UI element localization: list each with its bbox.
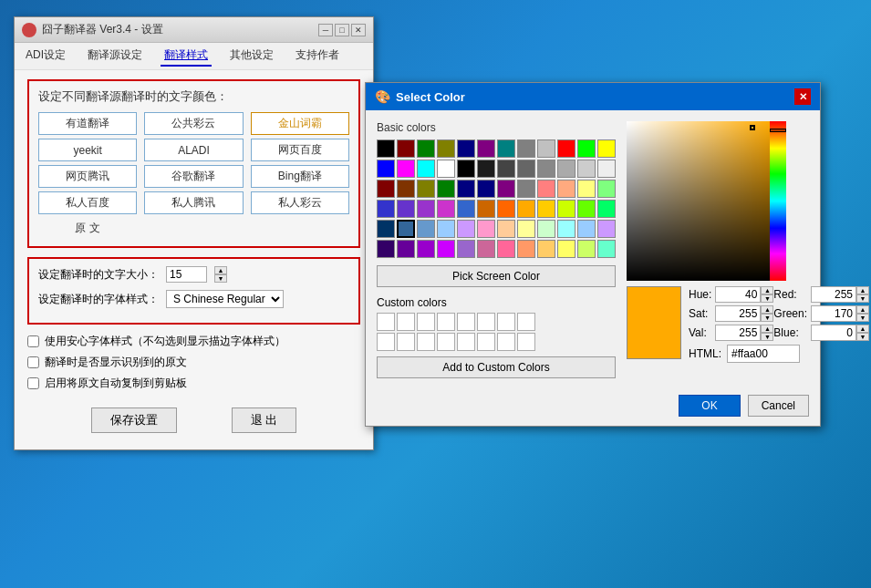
basic-color-swatch-67[interactable] (517, 240, 535, 258)
basic-color-swatch-33[interactable] (557, 180, 575, 198)
basic-color-swatch-31[interactable] (517, 180, 535, 198)
basic-color-swatch-12[interactable] (377, 160, 395, 178)
basic-color-swatch-0[interactable] (377, 139, 395, 158)
basic-color-swatch-6[interactable] (497, 139, 515, 158)
basic-color-swatch-57[interactable] (557, 220, 575, 238)
custom-color-swatch-9[interactable] (397, 333, 415, 351)
basic-color-swatch-51[interactable] (437, 220, 455, 238)
custom-color-swatch-6[interactable] (497, 313, 515, 331)
basic-color-swatch-3[interactable] (437, 139, 455, 158)
basic-color-swatch-58[interactable] (577, 220, 596, 238)
basic-color-swatch-71[interactable] (597, 240, 616, 258)
val-down[interactable]: ▼ (761, 333, 773, 341)
hue-bar[interactable] (770, 121, 786, 281)
basic-color-swatch-23[interactable] (597, 160, 616, 178)
basic-color-swatch-69[interactable] (557, 240, 575, 258)
hue-down[interactable]: ▼ (761, 294, 773, 303)
custom-color-swatch-4[interactable] (457, 313, 475, 331)
blue-up[interactable]: ▲ (856, 325, 869, 333)
basic-color-swatch-39[interactable] (437, 200, 455, 218)
custom-color-swatch-5[interactable] (477, 313, 495, 331)
basic-color-swatch-11[interactable] (597, 139, 616, 158)
basic-color-swatch-1[interactable] (397, 139, 415, 158)
basic-color-swatch-2[interactable] (417, 139, 435, 158)
green-up[interactable]: ▲ (856, 305, 869, 314)
basic-color-swatch-16[interactable] (457, 160, 475, 178)
basic-color-swatch-42[interactable] (497, 200, 515, 218)
basic-color-swatch-55[interactable] (517, 220, 535, 238)
blue-input[interactable] (811, 325, 856, 341)
custom-color-swatch-11[interactable] (437, 333, 455, 351)
basic-color-swatch-15[interactable] (437, 160, 455, 178)
basic-color-swatch-65[interactable] (477, 240, 495, 258)
pick-screen-button[interactable]: Pick Screen Color (377, 265, 616, 287)
basic-color-swatch-54[interactable] (497, 220, 515, 238)
custom-color-swatch-2[interactable] (417, 313, 435, 331)
color-spectrum[interactable] (627, 121, 786, 281)
custom-color-swatch-14[interactable] (497, 333, 515, 351)
basic-color-swatch-68[interactable] (537, 240, 555, 258)
trans-btn-yeekit[interactable]: yeekit (38, 139, 137, 161)
blue-down[interactable]: ▼ (856, 333, 869, 341)
basic-color-swatch-52[interactable] (457, 220, 475, 238)
basic-color-swatch-20[interactable] (537, 160, 555, 178)
trans-btn-rencaiyu[interactable]: 私人彩云 (251, 191, 349, 214)
basic-color-swatch-35[interactable] (597, 180, 616, 198)
basic-color-swatch-40[interactable] (457, 200, 475, 218)
minimize-button[interactable]: ─ (318, 24, 333, 36)
custom-color-swatch-8[interactable] (377, 333, 395, 351)
green-input[interactable] (811, 305, 856, 322)
quit-button[interactable]: 退 出 (232, 407, 297, 433)
basic-color-swatch-46[interactable] (577, 200, 596, 218)
trans-btn-aladi[interactable]: ALADI (144, 139, 243, 161)
menu-support[interactable]: 支持作者 (292, 46, 343, 67)
maximize-button[interactable]: □ (335, 24, 349, 36)
custom-color-swatch-1[interactable] (397, 313, 415, 331)
checkbox-auto-copy-input[interactable] (27, 377, 39, 389)
custom-color-swatch-0[interactable] (377, 313, 395, 331)
font-size-up[interactable]: ▲ (214, 266, 227, 274)
basic-color-swatch-18[interactable] (497, 160, 515, 178)
custom-color-swatch-3[interactable] (437, 313, 455, 331)
basic-color-swatch-41[interactable] (477, 200, 495, 218)
checkbox-safe-font-input[interactable] (27, 335, 39, 347)
val-up[interactable]: ▲ (761, 325, 773, 333)
basic-color-swatch-47[interactable] (597, 200, 616, 218)
basic-color-swatch-19[interactable] (517, 160, 535, 178)
sat-down[interactable]: ▼ (761, 314, 773, 322)
ok-button[interactable]: OK (679, 395, 740, 417)
basic-color-swatch-53[interactable] (477, 220, 495, 238)
basic-color-swatch-28[interactable] (457, 180, 475, 198)
trans-btn-yuanwen[interactable]: 原 文 (38, 218, 137, 239)
basic-color-swatch-8[interactable] (537, 139, 555, 158)
basic-color-swatch-9[interactable] (557, 139, 575, 158)
red-up[interactable]: ▲ (856, 286, 869, 294)
red-input[interactable] (811, 286, 856, 303)
basic-color-swatch-26[interactable] (417, 180, 435, 198)
basic-color-swatch-49[interactable] (397, 220, 415, 238)
basic-color-swatch-13[interactable] (397, 160, 415, 178)
trans-btn-jinshan[interactable]: 金山词霸 (251, 112, 349, 135)
basic-color-swatch-70[interactable] (577, 240, 596, 258)
custom-color-swatch-13[interactable] (477, 333, 495, 351)
basic-color-swatch-25[interactable] (397, 180, 415, 198)
hue-up[interactable]: ▲ (761, 286, 773, 294)
basic-color-swatch-17[interactable] (477, 160, 495, 178)
sat-input[interactable] (715, 305, 761, 322)
basic-color-swatch-32[interactable] (537, 180, 555, 198)
menu-style[interactable]: 翻译样式 (161, 46, 212, 67)
basic-color-swatch-62[interactable] (417, 240, 435, 258)
trans-btn-wangyeba[interactable]: 网页百度 (251, 139, 349, 161)
font-size-input[interactable] (166, 266, 207, 283)
html-input[interactable] (727, 345, 800, 363)
basic-color-swatch-45[interactable] (557, 200, 575, 218)
cancel-button[interactable]: Cancel (748, 395, 809, 417)
menu-source[interactable]: 翻译源设定 (84, 46, 146, 67)
basic-color-swatch-61[interactable] (397, 240, 415, 258)
basic-color-swatch-5[interactable] (477, 139, 495, 158)
red-down[interactable]: ▼ (856, 294, 869, 303)
add-custom-colors-button[interactable]: Add to Custom Colors (377, 356, 616, 378)
basic-color-swatch-64[interactable] (457, 240, 475, 258)
basic-color-swatch-27[interactable] (437, 180, 455, 198)
basic-color-swatch-4[interactable] (457, 139, 475, 158)
